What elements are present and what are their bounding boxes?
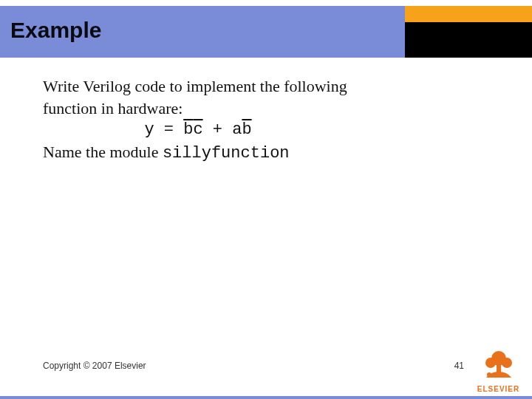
svg-point-4 [487, 372, 491, 377]
svg-point-3 [502, 358, 512, 368]
elsevier-tree-icon [476, 348, 522, 381]
page-number: 41 [454, 361, 464, 371]
equation: y = bc + ab [43, 119, 353, 141]
eq-lhs: y = [144, 120, 183, 139]
body-line-2: function in hardware: [43, 98, 457, 120]
slide-title: Example [10, 18, 101, 43]
eq-term-c-bar: c [193, 119, 202, 141]
module-name-code: sillyfunction [163, 144, 290, 163]
publisher-logo-text: ELSEVIER [471, 385, 526, 393]
body-line-3-pre: Name the module [43, 143, 163, 161]
body-line-1: Write Verilog code to implement the foll… [43, 75, 457, 98]
eq-plus: + [203, 120, 233, 139]
publisher-logo: ELSEVIER [471, 348, 526, 393]
header-accent-black [405, 22, 532, 58]
eq-term-b-bar: b [242, 119, 251, 141]
body-line-3: Name the module sillyfunction [43, 141, 457, 165]
slide-body: Write Verilog code to implement the foll… [43, 75, 457, 165]
slide: Example Write Verilog code to implement … [0, 0, 532, 399]
header-accent-orange [405, 6, 532, 22]
svg-point-2 [485, 358, 496, 368]
eq-term-b: b [183, 119, 193, 141]
footer-band [0, 396, 532, 399]
eq-term-a: a [232, 119, 242, 141]
copyright-text: Copyright © 2007 Elsevier [43, 361, 146, 371]
